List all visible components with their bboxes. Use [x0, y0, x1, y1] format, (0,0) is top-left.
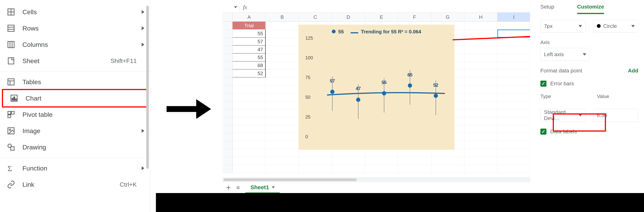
cell[interactable]: [498, 93, 530, 101]
menu-item-link[interactable]: Link Ctrl+K: [0, 176, 150, 193]
cell[interactable]: [266, 141, 299, 149]
cell[interactable]: [498, 165, 530, 173]
cell[interactable]: [464, 38, 498, 45]
cell[interactable]: [498, 117, 530, 125]
cell[interactable]: [266, 165, 299, 173]
axis-select[interactable]: Left axis: [540, 48, 590, 61]
cell[interactable]: [232, 85, 266, 93]
cell[interactable]: [464, 22, 498, 30]
cell[interactable]: [232, 133, 266, 141]
cell[interactable]: [266, 61, 299, 69]
cell[interactable]: [398, 157, 431, 165]
cell[interactable]: [431, 149, 464, 157]
cell[interactable]: [498, 30, 530, 38]
cell[interactable]: [464, 101, 498, 109]
cell[interactable]: [498, 22, 530, 30]
cell[interactable]: [498, 125, 530, 133]
cell[interactable]: [498, 38, 530, 45]
menu-item-image[interactable]: Image: [0, 123, 150, 139]
column-header[interactable]: G: [431, 12, 464, 22]
cell[interactable]: [498, 157, 530, 165]
cell[interactable]: [232, 101, 266, 109]
cell[interactable]: [232, 141, 266, 149]
row-header[interactable]: [222, 93, 232, 101]
menu-item-cells[interactable]: Cells: [0, 4, 150, 20]
cell[interactable]: [464, 165, 498, 173]
row-header[interactable]: [222, 149, 232, 157]
cell[interactable]: [498, 77, 530, 85]
cell[interactable]: [266, 85, 299, 93]
cell[interactable]: [266, 93, 299, 101]
cell[interactable]: [266, 77, 299, 85]
cell[interactable]: [232, 125, 266, 133]
cell[interactable]: [464, 141, 498, 149]
cell[interactable]: [464, 93, 498, 101]
cell[interactable]: [232, 77, 266, 85]
cell[interactable]: [464, 133, 498, 141]
row-header[interactable]: [222, 141, 232, 149]
error-bars-checkbox[interactable]: [540, 81, 546, 87]
cell[interactable]: [464, 117, 498, 125]
menu-item-chart[interactable]: Chart: [2, 89, 148, 107]
cell[interactable]: [332, 149, 365, 157]
cell[interactable]: [498, 109, 530, 117]
cell[interactable]: [332, 165, 365, 173]
menu-item-rows[interactable]: Rows: [0, 20, 150, 36]
row-header[interactable]: [222, 77, 232, 85]
cell[interactable]: [498, 133, 530, 141]
cell[interactable]: [498, 45, 530, 53]
cell[interactable]: [365, 157, 398, 165]
cell[interactable]: [498, 141, 530, 149]
cell[interactable]: [464, 61, 498, 69]
cell[interactable]: [232, 149, 266, 157]
cell[interactable]: [266, 45, 299, 53]
cell[interactable]: [232, 157, 266, 165]
row-header[interactable]: [222, 85, 232, 93]
horizontal-scrollbar[interactable]: [222, 178, 530, 182]
cell[interactable]: [232, 165, 266, 173]
column-header[interactable]: C: [299, 12, 332, 22]
tab-customize[interactable]: Customize: [577, 4, 604, 14]
row-header[interactable]: [222, 165, 232, 173]
row-header[interactable]: [222, 53, 232, 61]
menu-item-pivot-table[interactable]: Pivot table: [0, 106, 150, 123]
cell[interactable]: [464, 157, 498, 165]
cell[interactable]: [266, 117, 299, 125]
sheet-tab[interactable]: Sheet1: [246, 182, 280, 193]
cell[interactable]: [266, 101, 299, 109]
cell[interactable]: [498, 149, 530, 157]
cell[interactable]: [365, 149, 398, 157]
row-header[interactable]: [222, 30, 232, 38]
cell[interactable]: [464, 77, 498, 85]
cell[interactable]: [464, 69, 498, 77]
error-type-select[interactable]: Standard Devi…: [540, 109, 586, 122]
point-size-select[interactable]: 7px: [540, 20, 586, 33]
cell[interactable]: [266, 22, 299, 30]
cell[interactable]: [464, 53, 498, 61]
cell[interactable]: [332, 157, 365, 165]
row-header[interactable]: [222, 38, 232, 45]
cell[interactable]: [498, 53, 530, 61]
column-header[interactable]: E: [365, 12, 398, 22]
menu-item-function[interactable]: Σ Function: [0, 160, 150, 176]
cell[interactable]: [431, 157, 464, 165]
row-header[interactable]: [222, 109, 232, 117]
row-header[interactable]: [222, 69, 232, 77]
row-header[interactable]: [222, 61, 232, 69]
cell[interactable]: 52: [232, 69, 266, 77]
error-value-input[interactable]: 6.36: [593, 109, 638, 122]
cell[interactable]: [498, 69, 530, 77]
cell[interactable]: [299, 157, 332, 165]
column-header[interactable]: A: [232, 12, 266, 22]
cell[interactable]: [498, 61, 530, 69]
cell[interactable]: [266, 133, 299, 141]
cell[interactable]: [266, 149, 299, 157]
row-header[interactable]: [222, 22, 232, 30]
cell[interactable]: 68: [232, 61, 266, 69]
cell[interactable]: 47: [232, 45, 266, 53]
menu-item-columns[interactable]: Columns: [0, 36, 150, 53]
cell[interactable]: [266, 38, 299, 45]
row-header[interactable]: [222, 101, 232, 109]
cell[interactable]: [365, 165, 398, 173]
cell[interactable]: [266, 109, 299, 117]
